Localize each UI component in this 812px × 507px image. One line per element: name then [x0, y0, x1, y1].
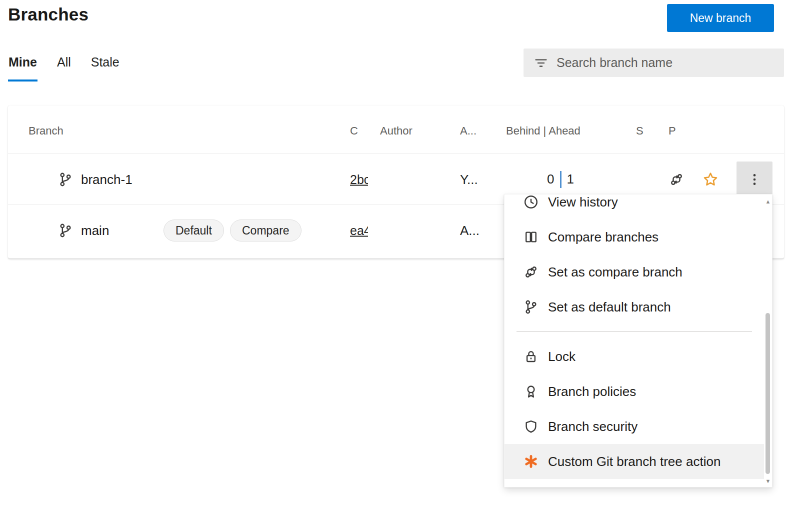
clock-icon	[524, 194, 538, 210]
column-authored[interactable]: A...	[460, 124, 476, 138]
branch-name: main	[81, 223, 109, 238]
column-author[interactable]: Author	[380, 124, 412, 138]
new-branch-button[interactable]: New branch	[667, 4, 774, 32]
lock-icon	[524, 349, 538, 364]
favorite-star-icon[interactable]	[702, 172, 718, 188]
compare-columns-icon	[524, 230, 538, 244]
menu-item-set-default-branch[interactable]: Set as default branch	[504, 290, 764, 324]
menu-divider	[516, 332, 752, 332]
menu-item-branch-security[interactable]: Branch security	[504, 409, 764, 444]
column-branch[interactable]: Branch	[28, 124, 64, 138]
tab-mine[interactable]: Mine	[8, 52, 38, 82]
column-pr[interactable]: P	[668, 124, 676, 138]
git-branch-icon	[58, 223, 73, 238]
menu-item-lock[interactable]: Lock	[504, 339, 764, 374]
menu-item-label: Custom Git branch tree action	[548, 454, 720, 470]
default-badge: Default	[164, 220, 224, 242]
behind-ahead-count: 0 1	[530, 171, 590, 188]
branch-search[interactable]	[524, 48, 784, 77]
tab-all[interactable]: All	[56, 52, 72, 82]
column-status[interactable]: S	[636, 124, 644, 138]
tab-bar: Mine All Stale	[8, 52, 120, 82]
menu-scrollbar[interactable]: ▲ ▼	[764, 194, 772, 487]
column-behind-ahead[interactable]: Behind | Ahead	[506, 124, 580, 138]
more-options-button[interactable]	[736, 162, 772, 198]
menu-item-compare-branches[interactable]: Compare branches	[504, 220, 764, 254]
author-name: A...	[460, 223, 480, 238]
table-header: Branch C Author A... Behind | Ahead S P	[8, 106, 784, 154]
search-input[interactable]	[556, 48, 784, 77]
shield-icon	[524, 419, 538, 434]
asterisk-icon	[524, 454, 538, 469]
scroll-up-icon[interactable]: ▲	[764, 198, 772, 204]
behind-count: 0	[547, 172, 554, 187]
column-commit[interactable]: C	[350, 124, 358, 138]
menu-item-label: Lock	[548, 349, 576, 364]
git-branch-icon	[58, 172, 73, 187]
policy-ribbon-icon	[524, 384, 538, 399]
tab-stale[interactable]: Stale	[90, 52, 120, 82]
menu-item-custom-git-action[interactable]: Custom Git branch tree action	[504, 444, 764, 479]
menu-item-label: Branch policies	[548, 384, 636, 400]
git-branch-icon	[524, 300, 538, 314]
menu-item-label: Set as compare branch	[548, 264, 682, 280]
page-title: Branches	[8, 0, 88, 29]
menu-item-set-compare-branch[interactable]: Set as compare branch	[504, 254, 764, 290]
behind-ahead-divider	[560, 171, 562, 188]
commit-link[interactable]: ea4	[350, 224, 368, 238]
compare-badge: Compare	[230, 220, 302, 242]
git-compare-icon	[524, 264, 538, 280]
menu-item-branch-policies[interactable]: Branch policies	[504, 374, 764, 409]
menu-item-label: Branch security	[548, 419, 638, 434]
menu-item-label: View history	[548, 194, 618, 210]
menu-item-view-history[interactable]: View history	[504, 194, 764, 220]
filter-icon	[534, 56, 548, 70]
scrollbar-thumb[interactable]	[766, 313, 770, 474]
menu-item-label: Set as default branch	[548, 300, 671, 315]
menu-item-label: Compare branches	[548, 230, 658, 245]
set-compare-branch-icon[interactable]	[669, 172, 684, 187]
commit-link[interactable]: 2bc	[350, 172, 368, 186]
branch-name: branch-1	[81, 172, 132, 187]
menu-list: View history Compare branches Set as com…	[504, 194, 764, 479]
branch-context-menu: View history Compare branches Set as com…	[504, 194, 772, 488]
author-name: Y...	[460, 172, 478, 187]
scroll-down-icon[interactable]: ▼	[764, 478, 772, 484]
ahead-count: 1	[567, 172, 574, 187]
